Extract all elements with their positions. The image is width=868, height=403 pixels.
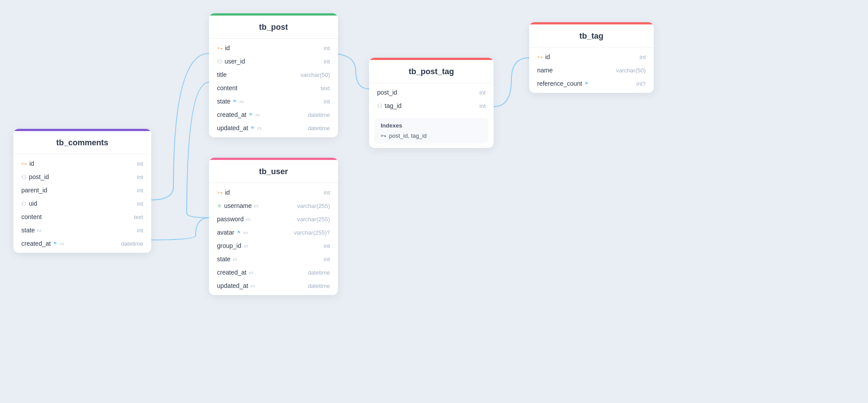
table-row: avatar ⚑ ▭ varchar(255)? [209,226,338,239]
comment-icon: ▭ [254,203,258,209]
table-row: updated_at ▭ datetime [209,279,338,292]
table-row: group_id ▭ int [209,239,338,252]
key-icon: 🗝 [21,160,27,167]
canvas: tb_post 🗝 id int ⚇ user_id int title var… [0,0,868,403]
key-icon: 🗝 [217,45,223,52]
table-row: 🗝 id int [209,186,338,199]
table-tb-post[interactable]: tb_post 🗝 id int ⚇ user_id int title var… [209,13,338,137]
table-tb-tag-header: tb_tag [529,22,654,48]
table-tb-user-header: tb_user [209,158,338,183]
table-row: post_id int [369,86,494,99]
comment-icon: ▭ [246,216,250,222]
table-row: parent_id int [13,184,151,197]
bookmark-icon: ⚑ [53,241,57,247]
table-row: reference_count ⚑ int? [529,77,654,90]
key-icon: 🗝 [217,189,223,196]
comment-icon: ▭ [60,241,64,247]
comment-icon: ▭ [249,270,253,275]
comment-icon: ▭ [37,227,41,233]
fk-icon: ⚇ [21,200,27,207]
table-row: 🗝 id int [209,41,338,55]
indexes-label: Indexes [381,122,482,129]
comment-icon: ▭ [255,112,260,118]
table-row: state ⚑ ▭ int [209,95,338,108]
table-row: 🗝 id int [13,157,151,170]
indexes-section: Indexes 🗝 post_id, tag_id [374,118,488,144]
table-row: state ▭ int [209,252,338,266]
table-row: ✳ username ▭ varchar(255) [209,199,338,212]
table-row: ⚇ tag_id int [369,99,494,112]
table-row: updated_at ⚑ ▭ datetime [209,121,338,135]
table-row: ⚇ post_id int [13,170,151,184]
table-tb-user[interactable]: tb_user 🗝 id int ✳ username ▭ varchar(25… [209,158,338,295]
comment-icon: ▭ [244,243,248,249]
table-tb-post-header: tb_post [209,13,338,39]
index-item: 🗝 post_id, tag_id [381,132,482,139]
fk-icon: ⚇ [21,174,27,180]
table-tb-comments-header: tb_comments [13,129,151,154]
fk-icon: ⚇ [377,103,382,109]
table-row: 🗝 id int [529,50,654,64]
table-row: state ▭ int [13,223,151,237]
table-row: name varchar(50) [529,64,654,77]
table-row: created_at ▭ datetime [209,266,338,279]
bookmark-icon: ⚑ [250,125,255,131]
table-row: ⚇ uid int [13,197,151,210]
comment-icon: ▭ [239,99,244,104]
table-tb-comments-rows: 🗝 id int ⚇ post_id int parent_id int ⚇ [13,154,151,253]
comment-icon: ▭ [257,125,261,131]
bookmark-icon: ⚑ [584,81,589,87]
table-tb-tag[interactable]: tb_tag 🗝 id int name varchar(50) referen… [529,22,654,93]
table-tb-post-tag[interactable]: tb_post_tag post_id int ⚇ tag_id int Ind… [369,58,494,148]
comment-icon: ▭ [250,283,255,289]
fk-icon: ⚇ [217,58,222,65]
table-tb-post-tag-rows: post_id int ⚇ tag_id int [369,83,494,115]
comment-icon: ▭ [233,256,237,262]
table-row: created_at ⚑ ▭ datetime [13,237,151,250]
bookmark-icon: ⚑ [249,112,253,118]
table-tb-post-rows: 🗝 id int ⚇ user_id int title varchar(50)… [209,39,338,137]
bookmark-icon: ⚑ [233,99,237,104]
table-row: password ▭ varchar(255) [209,212,338,226]
table-tb-tag-rows: 🗝 id int name varchar(50) reference_coun… [529,48,654,93]
unique-icon: ✳ [217,203,222,209]
table-row: title varchar(50) [209,68,338,81]
table-row: created_at ⚑ ▭ datetime [209,108,338,121]
table-row: content text [13,210,151,223]
table-row: content text [209,81,338,95]
table-tb-comments[interactable]: tb_comments 🗝 id int ⚇ post_id int paren… [13,129,151,253]
table-row: ⚇ user_id int [209,55,338,68]
key-icon: 🗝 [381,132,386,139]
bookmark-icon: ⚑ [237,230,241,235]
table-tb-post-tag-header: tb_post_tag [369,58,494,83]
table-tb-user-rows: 🗝 id int ✳ username ▭ varchar(255) passw… [209,183,338,295]
key-icon: 🗝 [537,54,543,60]
comment-icon: ▭ [243,230,248,235]
